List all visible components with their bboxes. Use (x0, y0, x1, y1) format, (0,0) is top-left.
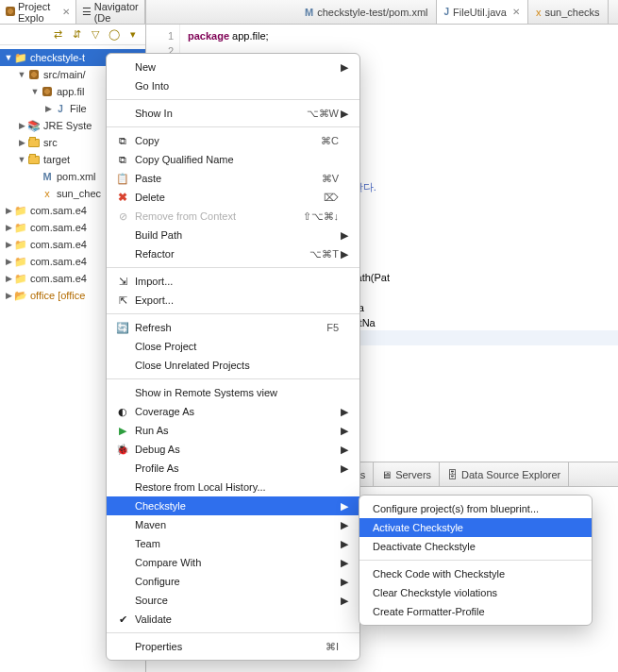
submenu-arrow-icon: ▶ (339, 425, 348, 437)
menu-item-label: Coverage As (135, 406, 339, 417)
xml-file-icon: x (40, 187, 55, 200)
menu-item-show-in[interactable]: Show In⌥⌘W▶ (107, 104, 359, 123)
blank-icon (114, 339, 131, 354)
menu-item-remove-from-context: ⊘Remove from Context⇧⌥⌘↓ (107, 207, 359, 226)
menu-item-label: Close Unrelated Projects (135, 360, 339, 371)
menu-item-import[interactable]: ⇲Import... (107, 272, 359, 291)
menu-item-export[interactable]: ⇱Export... (107, 291, 359, 310)
menu-item-label: Team (135, 538, 339, 549)
refresh-icon: 🔄 (114, 320, 131, 335)
blank-icon (114, 479, 131, 495)
menu-item-label: Run As (135, 425, 339, 436)
menu-item-label: Refresh (135, 322, 319, 333)
copy-icon: ⧉ (114, 133, 131, 148)
menu-item-team[interactable]: Team▶ (107, 534, 359, 553)
submenu-item-check-code-with-checkstyle[interactable]: Check Code with Checkstyle (359, 564, 592, 583)
menu-item-label: Show in Remote Systems view (135, 387, 339, 398)
submenu-arrow-icon: ▶ (339, 406, 348, 418)
menu-item-delete[interactable]: ✖Delete⌦ (107, 188, 359, 207)
submenu-arrow-icon: ▶ (339, 444, 348, 456)
menu-item-run-as[interactable]: ▶Run As▶ (107, 421, 359, 440)
close-icon[interactable]: ✕ (62, 7, 70, 17)
menu-item-label: Copy Qualified Name (135, 154, 339, 165)
menu-item-source[interactable]: Source▶ (107, 591, 359, 610)
link-editor-icon[interactable]: ⇵ (70, 28, 83, 42)
menu-item-checkstyle[interactable]: Checkstyle▶ (107, 496, 359, 515)
menu-item-label: Remove from Context (135, 210, 295, 222)
java-file-icon: J (444, 7, 450, 17)
focus-icon[interactable]: ◯ (108, 28, 121, 42)
tab-servers[interactable]: 🖥Servers (374, 462, 440, 486)
submenu-item-configure-project-s-from-blueprint[interactable]: Configure project(s) from blueprint... (359, 499, 592, 518)
menu-item-label: Source (135, 595, 339, 606)
submenu-item-create-formatter-profile[interactable]: Create Formatter-Profile (359, 602, 592, 621)
filter-icon[interactable]: ▽ (89, 28, 102, 42)
menu-item-compare-with[interactable]: Compare With▶ (107, 553, 359, 572)
menu-item-label: Maven (135, 519, 339, 530)
database-icon: 🗄 (447, 469, 458, 480)
menu-item-build-path[interactable]: Build Path▶ (107, 226, 359, 244)
submenu-item-clear-checkstyle-violations[interactable]: Clear Checkstyle violations (359, 583, 592, 602)
menu-item-paste[interactable]: 📋Paste⌘V (107, 169, 359, 188)
collapse-all-icon[interactable]: ⇄ (51, 28, 64, 42)
menu-item-label: Paste (135, 173, 314, 184)
menu-accelerator: F5 (326, 322, 339, 333)
menu-item-close-project[interactable]: Close Project (107, 337, 359, 356)
folder-icon (26, 136, 42, 149)
submenu-arrow-icon: ▶ (339, 595, 348, 607)
submenu-item-activate-checkstyle[interactable]: Activate Checkstyle (359, 518, 592, 537)
import-icon: ⇲ (114, 274, 131, 289)
close-icon[interactable]: ✕ (512, 7, 520, 17)
tab-navigator[interactable]: ☰ Navigator (De (76, 0, 145, 24)
submenu-arrow-icon: ▶ (339, 462, 348, 475)
menu-item-refactor[interactable]: Refactor⌥⌘T▶ (107, 244, 359, 263)
submenu-item-label: Check Code with Checkstyle (373, 568, 505, 580)
submenu-item-label: Clear Checkstyle violations (373, 587, 497, 598)
project-icon: 📁 (13, 204, 28, 217)
submenu-item-deactivate-checkstyle[interactable]: Deactivate Checkstyle (359, 537, 592, 556)
menu-item-close-unrelated-projects[interactable]: Close Unrelated Projects (107, 356, 359, 375)
tab-project-explorer[interactable]: Project Explo ✕ (0, 0, 76, 24)
menu-item-maven[interactable]: Maven▶ (107, 515, 359, 534)
view-toolbar: ⇄ ⇵ ▽ ◯ ▾ (0, 25, 145, 45)
menu-accelerator: ⌘I (326, 641, 339, 653)
menu-item-properties[interactable]: Properties⌘I (107, 637, 359, 656)
editor-tab-fileutil[interactable]: J FileUtil.java ✕ (437, 0, 528, 24)
menu-item-label: Refactor (135, 248, 302, 260)
view-tabstrip: Project Explo ✕ ☰ Navigator (De (0, 0, 145, 25)
menu-separator (107, 313, 359, 314)
menu-item-go-into[interactable]: Go Into (107, 76, 359, 95)
submenu-arrow-icon: ▶ (339, 229, 348, 242)
folder-icon (26, 153, 42, 166)
blank-icon (114, 593, 131, 608)
project-icon: 📁 (13, 272, 28, 285)
menu-item-configure[interactable]: Configure▶ (107, 572, 359, 591)
menu-item-show-in-remote-systems-view[interactable]: Show in Remote Systems view (107, 383, 359, 402)
menu-item-refresh[interactable]: 🔄RefreshF5 (107, 318, 359, 337)
menu-item-label: Copy (135, 135, 313, 146)
menu-separator (107, 378, 359, 379)
context-menu: New▶Go IntoShow In⌥⌘W▶⧉Copy⌘C⧉Copy Quali… (106, 53, 360, 661)
run-icon: ▶ (114, 423, 131, 438)
submenu-item-label: Configure project(s) from blueprint... (373, 503, 539, 514)
editor-tab-sunchecks[interactable]: x sun_checks (528, 0, 609, 24)
view-menu-icon[interactable]: ▾ (126, 28, 140, 42)
navigator-icon: ☰ (82, 6, 92, 18)
editor-tab-pom[interactable]: M checkstyle-test/pom.xml (297, 0, 437, 24)
menu-item-validate[interactable]: ✔Validate (107, 610, 359, 629)
source-folder-icon (26, 68, 42, 81)
menu-item-label: New (135, 61, 339, 73)
menu-item-restore-from-local-history[interactable]: Restore from Local History... (107, 478, 359, 496)
menu-item-coverage-as[interactable]: ◐Coverage As▶ (107, 402, 359, 421)
tab-datasource[interactable]: 🗄Data Source Explorer (440, 462, 569, 486)
menu-item-label: Profile As (135, 462, 339, 474)
menu-item-profile-as[interactable]: Profile As▶ (107, 459, 359, 478)
menu-item-copy[interactable]: ⧉Copy⌘C (107, 131, 359, 150)
menu-item-new[interactable]: New▶ (107, 58, 359, 76)
java-file-icon: J (53, 102, 68, 115)
submenu-arrow-icon: ▶ (339, 61, 348, 74)
menu-item-debug-as[interactable]: 🐞Debug As▶ (107, 440, 359, 459)
editor-tabstrip: M checkstyle-test/pom.xml J FileUtil.jav… (146, 0, 618, 25)
menu-separator (107, 99, 359, 100)
menu-item-copy-qualified-name[interactable]: ⧉Copy Qualified Name (107, 150, 359, 169)
